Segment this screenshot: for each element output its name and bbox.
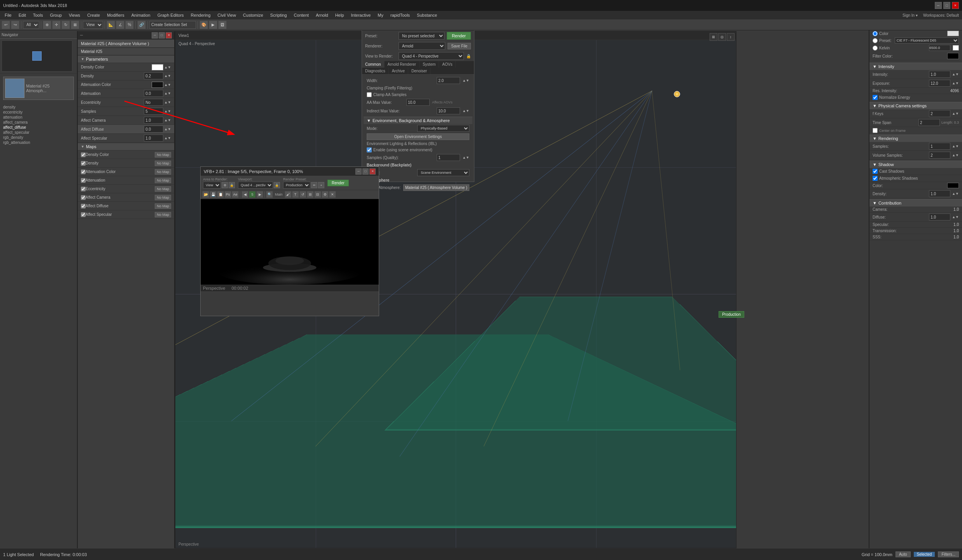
preset-select[interactable]: No preset selected — [399, 32, 444, 40]
vfb-tb-copy[interactable]: 📋 — [217, 191, 224, 198]
area-lock-btn[interactable]: 🔒 — [229, 182, 235, 188]
area-select[interactable]: View — [203, 182, 221, 189]
exposure-input[interactable] — [929, 80, 950, 87]
volume-samples-spinner[interactable]: ▲▼ — [952, 153, 959, 157]
vfb-tb-correction[interactable]: 🖌 — [285, 191, 292, 198]
menu-rapidtools[interactable]: rapidTools — [387, 12, 413, 18]
vfb-tb-open[interactable]: 📂 — [202, 191, 209, 198]
mat-prop-rgb-attenuation[interactable]: rgb_attenuation — [2, 140, 75, 145]
scene-atm-value[interactable]: Material #25 ( Atmosphere Volume ) — [403, 184, 469, 191]
intensity-spinner[interactable]: ▲▼ — [952, 72, 959, 76]
save-file-button[interactable]: Save File — [448, 43, 471, 49]
mat-prop-affect-camera[interactable]: affect_camera — [2, 120, 75, 125]
mode-select[interactable]: Physically-Based — [417, 125, 469, 132]
viewport-select[interactable]: Quad 4 ...pective — [238, 182, 273, 189]
menu-tools[interactable]: Tools — [30, 12, 46, 18]
normalize-energy-checkbox[interactable] — [873, 95, 878, 100]
vfb-tb-view1[interactable]: ⊞ — [307, 191, 314, 198]
contribution-section-title[interactable]: ▼ Contribution — [869, 199, 962, 206]
samples-quality-input[interactable] — [437, 154, 460, 161]
mat-prop-density[interactable]: density — [2, 105, 75, 110]
filters-button[interactable]: Filters... — [938, 551, 959, 557]
intensity-section-title[interactable]: ▼ Intensity — [869, 63, 962, 70]
mat-prop-attenuation[interactable]: attenuation — [2, 115, 75, 120]
maps-section-header[interactable]: ▼ Maps — [78, 143, 174, 150]
mat-editor-minimize[interactable]: ─ — [152, 32, 158, 38]
diffuse-contribution-input[interactable] — [929, 214, 950, 220]
vfb-tb-view2[interactable]: ⊟ — [314, 191, 321, 198]
menu-substance[interactable]: Substance — [414, 12, 440, 18]
redo-button[interactable]: ↪ — [11, 21, 19, 29]
auto-button[interactable]: Auto — [896, 551, 911, 557]
snap-button[interactable]: 📐 — [107, 21, 115, 29]
map-affect-specular-btn[interactable]: No Map — [155, 212, 171, 217]
mat-prop-eccentricity[interactable]: eccentricity — [2, 110, 75, 115]
map-affect-camera-check[interactable] — [81, 195, 86, 200]
menu-group[interactable]: Group — [47, 12, 65, 18]
undo-button[interactable]: ↩ — [2, 21, 10, 29]
filter-color-swatch[interactable] — [947, 53, 959, 59]
filter-select[interactable]: All — [23, 21, 39, 29]
tab-arnold-renderer[interactable]: Arnold Renderer — [385, 61, 420, 68]
aa-max-input[interactable] — [406, 99, 430, 106]
map-affect-diffuse-btn[interactable]: No Map — [155, 203, 171, 209]
width-spinner[interactable]: ▲▼ — [462, 79, 469, 82]
preset-radio[interactable] — [873, 38, 878, 43]
parameters-section-header[interactable]: ▼ Parameters — [78, 55, 174, 63]
menu-customize[interactable]: Customize — [240, 12, 266, 18]
shadow-density-input[interactable] — [929, 190, 950, 197]
vfb-tb-play[interactable]: ▶ — [256, 191, 263, 198]
viewport-nav-btn-3[interactable]: ↕ — [727, 33, 735, 41]
selection-set-input[interactable] — [149, 21, 196, 29]
viewport-nav-btn-2[interactable]: ◎ — [718, 33, 726, 41]
menu-animation[interactable]: Animation — [128, 12, 154, 18]
samples-spinner[interactable]: ▲▼ — [164, 109, 171, 113]
map-attenuation-btn[interactable]: No Map — [155, 178, 171, 183]
tab-system[interactable]: System — [420, 61, 439, 68]
attenuation-color-swatch[interactable] — [152, 82, 163, 88]
mat-prop-affect-specular[interactable]: affect_specular — [2, 130, 75, 135]
physical-camera-title[interactable]: ▼ Physical Camera settings — [869, 102, 962, 109]
vfb-tb-cursor[interactable]: T — [292, 191, 299, 198]
intensity-input[interactable] — [929, 71, 950, 78]
map-density-check[interactable] — [81, 161, 86, 166]
menu-arnold[interactable]: Arnold — [313, 12, 331, 18]
scale-button[interactable]: ⊠ — [71, 21, 79, 29]
affect-diffuse-input[interactable] — [144, 126, 163, 133]
density-color-arrow[interactable]: ▲▼ — [164, 65, 171, 69]
shadow-section-title[interactable]: ▼ Shadow — [869, 161, 962, 168]
maximize-button[interactable]: □ — [943, 2, 950, 9]
render-preset-select[interactable]: Production — [283, 182, 310, 189]
attenuation-color-arrow[interactable]: ▲▼ — [164, 83, 171, 87]
map-eccentricity-check[interactable] — [81, 187, 86, 191]
quick-render-button[interactable]: ▶ — [209, 21, 217, 29]
view-to-render-select[interactable]: Quad 4 - Perspective — [399, 52, 464, 60]
tab-denoiser[interactable]: Denoiser — [408, 68, 430, 74]
affect-specular-spinner[interactable]: ▲▼ — [164, 136, 171, 140]
density-spinner[interactable]: ▲▼ — [164, 74, 171, 78]
open-env-settings-btn[interactable]: Open Environment Settings — [367, 133, 469, 140]
map-eccentricity-btn[interactable]: No Map — [155, 186, 171, 192]
samples-input[interactable] — [144, 108, 163, 115]
render-scene-button[interactable]: 🎨 — [199, 21, 208, 29]
vfb-close-btn[interactable]: ✕ — [369, 168, 376, 175]
affect-camera-spinner[interactable]: ▲▼ — [164, 118, 171, 122]
menu-views[interactable]: Views — [66, 12, 83, 18]
vfb-tb-ae[interactable]: Ae — [232, 191, 239, 198]
mat-prop-rgb-density[interactable]: rgb_density — [2, 135, 75, 140]
enable-env-checkbox[interactable] — [367, 147, 372, 152]
mat-editor-maximize[interactable]: □ — [159, 32, 165, 38]
map-density-color-btn[interactable]: No Map — [155, 152, 171, 158]
minimize-button[interactable]: ─ — [935, 2, 942, 9]
menu-graph-editors[interactable]: Graph Editors — [154, 12, 187, 18]
environment-section-title[interactable]: ▼ Environment, Background & Atmosphere — [364, 117, 472, 124]
map-affect-camera-btn[interactable]: No Map — [155, 195, 171, 200]
indirect-spinner[interactable]: ▲▼ — [462, 109, 469, 113]
render-button[interactable]: Render — [447, 32, 471, 40]
attenuation-input[interactable] — [144, 90, 163, 97]
vfb-tb-settings[interactable]: ⚙ — [322, 191, 329, 198]
density-color-swatch[interactable] — [152, 64, 163, 70]
map-density-btn[interactable]: No Map — [155, 161, 171, 166]
shadow-color-swatch[interactable] — [947, 183, 959, 188]
mat-editor-close[interactable]: ✕ — [166, 32, 172, 38]
